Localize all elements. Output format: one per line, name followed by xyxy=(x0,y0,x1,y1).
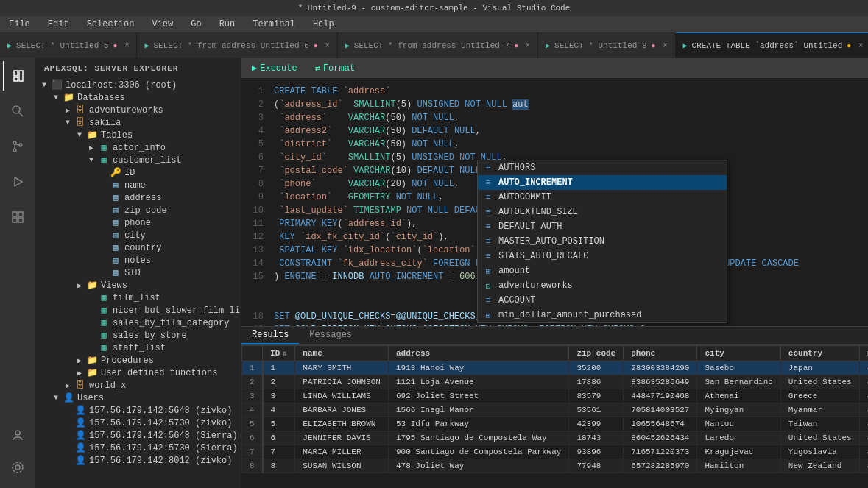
tree-sakila[interactable]: ▼ 🗄 sakila xyxy=(35,116,241,129)
activity-search[interactable] xyxy=(3,96,32,126)
tree-icon-colcountry: ▤ xyxy=(109,242,122,253)
tree-label-u3: 157.56.179.142:5648 (Sierra) xyxy=(89,431,238,441)
tree-nicer-list[interactable]: ▶ ▦ nicer_but_slower_film_list xyxy=(35,304,241,317)
code-editor[interactable]: 12345 678910 1112131415 181920 CREATE TA… xyxy=(241,79,868,326)
menu-file[interactable]: File xyxy=(6,18,33,31)
col-header-country[interactable]: country xyxy=(780,346,859,361)
tree-label-u2: 157.56.179.142:5730 (zivko) xyxy=(89,418,232,428)
ac-item-min-dollar[interactable]: ⊞ min_dollar_amount_purchased xyxy=(478,308,727,322)
ac-item-authors[interactable]: ≡ AUTHORS xyxy=(478,160,727,175)
tree-icon-colid: 🔑 xyxy=(109,167,122,178)
menu-selection[interactable]: Selection xyxy=(84,18,138,31)
tree-staff-list[interactable]: ▶ ▦ staff_list xyxy=(35,342,241,354)
tab-2[interactable]: ▶ SELECT * from address Untitled-6 ● × xyxy=(137,32,337,58)
tree-user-5[interactable]: ▶ 👤 157.56.179.142:8012 (zivko) xyxy=(35,454,241,467)
svg-point-3 xyxy=(13,106,20,113)
tree-tables[interactable]: ▼ 📁 Tables xyxy=(35,129,241,141)
col-header-id[interactable]: ID ⇅ xyxy=(263,346,295,361)
tree-user-functions[interactable]: ▶ 📁 User defined functions xyxy=(35,367,241,379)
tree-col-zip[interactable]: ▶ ▤ zip code xyxy=(35,204,241,216)
tab-4-close[interactable]: × xyxy=(663,42,668,50)
tree-user-1[interactable]: ▶ 👤 157.56.179.142:5648 (zivko) xyxy=(35,404,241,417)
tree-users-section[interactable]: ▼ 👤 Users xyxy=(35,392,241,404)
tree-user-3[interactable]: ▶ 👤 157.56.179.142:5648 (Sierra) xyxy=(35,429,241,442)
menu-run[interactable]: Run xyxy=(216,18,239,31)
tree-root[interactable]: ▼ ⬛ localhost:3306 (root) xyxy=(35,79,241,91)
tab-2-close[interactable]: × xyxy=(325,42,330,50)
tree-col-address[interactable]: ▶ ▤ address xyxy=(35,191,241,204)
menu-edit[interactable]: Edit xyxy=(45,18,72,31)
activity-git[interactable] xyxy=(3,132,32,161)
svg-rect-2 xyxy=(19,71,23,81)
tree-col-country[interactable]: ▶ ▤ country xyxy=(35,241,241,254)
menu-terminal[interactable]: Terminal xyxy=(250,18,298,31)
tab-5[interactable]: ▶ CREATE TABLE `address` Untitled ● × xyxy=(676,32,868,58)
col-header-name[interactable]: name xyxy=(295,346,389,361)
tree-actor-info[interactable]: ▶ ▦ actor_info xyxy=(35,141,241,154)
tree-icon-actor: ▦ xyxy=(97,142,110,153)
cell-7-1: 8 xyxy=(263,459,295,473)
tree-databases[interactable]: ▼ 📁 Databases xyxy=(35,91,241,104)
ac-item-autoextend[interactable]: ≡ AUTOEXTEND_SIZE xyxy=(478,205,727,219)
tree-col-id[interactable]: ▶ 🔑 ID xyxy=(35,166,241,179)
tree-col-phone[interactable]: ▶ ▤ phone xyxy=(35,216,241,229)
activity-account[interactable] xyxy=(3,420,32,450)
activity-extensions[interactable] xyxy=(3,202,32,232)
tab-3-close[interactable]: × xyxy=(526,42,530,50)
tab-4[interactable]: ▶ SELECT * Untitled-8 ● × xyxy=(538,32,675,58)
tree-col-notes[interactable]: ▶ ▤ notes xyxy=(35,254,241,266)
menu-go[interactable]: Go xyxy=(188,18,204,31)
cell-2-4: 83579 xyxy=(569,389,624,403)
tree-col-name[interactable]: ▶ ▤ name xyxy=(35,179,241,191)
tree-sales-store[interactable]: ▶ ▦ sales_by_store xyxy=(35,329,241,342)
results-tab-results[interactable]: Results xyxy=(241,327,299,344)
ac-item-account[interactable]: ≡ ACCOUNT xyxy=(478,293,727,308)
tree-world-x[interactable]: ▶ 🗄 world_x xyxy=(35,379,241,392)
tab-1-close[interactable]: × xyxy=(124,42,129,50)
tab-1-label: SELECT * Untitled-5 xyxy=(16,41,108,50)
editor-area: ▶ Execute ⇄ Format 12345 678910 11121314… xyxy=(241,58,868,488)
tree-adventureworks[interactable]: ▶ 🗄 adventureworks xyxy=(35,104,241,116)
menu-help[interactable]: Help xyxy=(310,18,337,31)
tab-3[interactable]: ▶ SELECT * from address Untitled-7 ● × xyxy=(338,32,538,58)
tree-icon-u4: 👤 xyxy=(74,442,87,453)
activity-explorer[interactable] xyxy=(3,61,32,91)
ac-item-default-auth[interactable]: ≡ DEFAULT_AUTH xyxy=(478,219,727,234)
tree-col-city[interactable]: ▶ ▤ city xyxy=(35,229,241,241)
tree-film-list[interactable]: ▶ ▦ film_list xyxy=(35,291,241,304)
svg-line-4 xyxy=(19,113,23,116)
ac-item-master-auto[interactable]: ≡ MASTER_AUTO_POSITION xyxy=(478,234,727,249)
ac-item-stats-auto[interactable]: ≡ STATS_AUTO_RECALC xyxy=(478,249,727,264)
ac-item-amount[interactable]: ⊞ amount xyxy=(478,264,727,278)
results-tab-messages[interactable]: Messages xyxy=(299,327,362,344)
col-header-phone[interactable]: phone xyxy=(624,346,697,361)
tree-procedures[interactable]: ▶ 📁 Procedures xyxy=(35,354,241,367)
activity-settings[interactable] xyxy=(3,453,32,482)
activity-debug[interactable] xyxy=(3,167,32,197)
ac-item-autocommit[interactable]: ≡ AUTOCOMMIT xyxy=(478,190,727,205)
ac-item-adventureworks[interactable]: ⊡ adventureworks xyxy=(478,278,727,293)
col-header-address[interactable]: address xyxy=(388,346,568,361)
col-header-zip[interactable]: zip code xyxy=(569,346,624,361)
cell-1-4: 17886 xyxy=(569,375,624,389)
tree-sales-film[interactable]: ▶ ▦ sales_by_film_category xyxy=(35,317,241,329)
tree-customer-list[interactable]: ▼ ▦ customer_list xyxy=(35,154,241,166)
tree-user-2[interactable]: ▶ 👤 157.56.179.142:5730 (zivko) xyxy=(35,417,241,429)
tree-col-sid[interactable]: ▶ ▤ SID xyxy=(35,266,241,279)
tree-user-4[interactable]: ▶ 👤 157.56.179.142:5730 (Sierra) xyxy=(35,442,241,454)
menu-view[interactable]: View xyxy=(149,18,176,31)
ac-text-default-auth: DEFAULT_AUTH xyxy=(498,222,562,232)
tree-icon-salesstore: ▦ xyxy=(97,330,110,341)
col-header-notes[interactable]: notes xyxy=(859,346,868,361)
tab-5-close[interactable]: × xyxy=(858,42,863,50)
tab-1[interactable]: ▶ SELECT * Untitled-5 ● × xyxy=(0,32,137,58)
ac-item-auto-increment[interactable]: ≡ AUTO_INCREMENT xyxy=(478,175,727,190)
tree-label-databases: Databases xyxy=(77,93,125,103)
format-button[interactable]: ⇄ Format xyxy=(311,61,359,75)
cell-7-5: 657282285970 xyxy=(624,459,697,473)
results-table-wrap[interactable]: ID ⇅ name address zip code phone city co… xyxy=(241,345,868,488)
col-header-city[interactable]: city xyxy=(697,346,780,361)
tree-views[interactable]: ▶ 📁 Views xyxy=(35,279,241,291)
execute-button[interactable]: ▶ Execute xyxy=(247,61,302,75)
tree-arrow-customer: ▼ xyxy=(85,156,97,164)
